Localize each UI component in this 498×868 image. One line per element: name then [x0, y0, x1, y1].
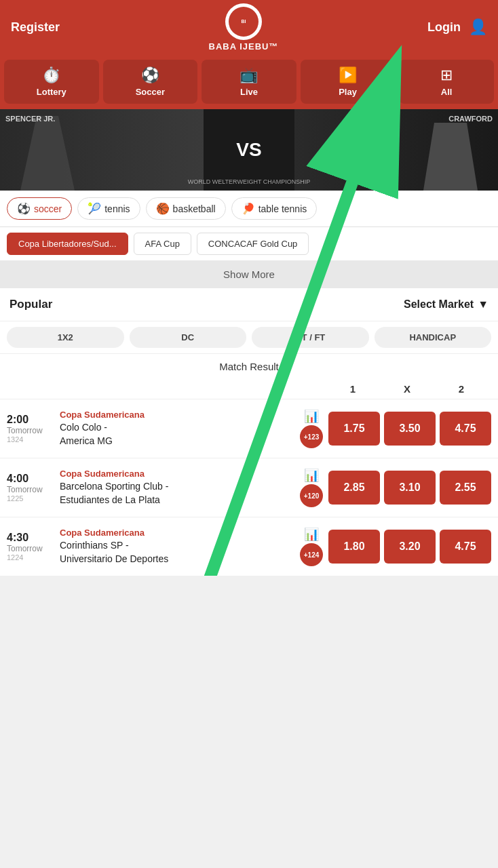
match-time-id-1: 1225	[7, 494, 54, 502]
odd-btn-0-2[interactable]: 4.75	[440, 412, 491, 446]
chevron-down-icon: ▼	[478, 298, 489, 311]
odd-btn-0-1[interactable]: 1.75	[328, 412, 380, 446]
market-tab-dc[interactable]: DC	[130, 327, 247, 348]
odds-col-x: X	[380, 383, 434, 395]
banner-fighter-left: SPENCER JR.	[5, 115, 55, 123]
soccer-filter-icon: ⚽	[17, 202, 31, 215]
match-time-sub-2: Tomorrow	[7, 544, 54, 553]
match-time-2: 4:30 Tomorrow 1224	[7, 532, 54, 561]
sport-chip-basketball[interactable]: 🏀 basketball	[146, 197, 226, 220]
market-tab-1x2-label: 1X2	[58, 332, 73, 342]
odd-btn-1-2[interactable]: 2.55	[440, 471, 491, 505]
match-time-main-1: 4:00	[7, 473, 54, 485]
sport-chip-table-tennis-label: table tennis	[258, 203, 307, 214]
select-market-label: Select Market	[404, 298, 474, 311]
nav-tab-all-label: All	[441, 87, 453, 97]
match-info-1: Copa Sudamericana Barcelona Sporting Clu…	[60, 469, 294, 507]
tennis-filter-icon: 🎾	[88, 202, 101, 215]
league-filter: Copa Libertadores/Sud... AFA Cup CONCACA…	[0, 227, 498, 260]
match-teams-1: Barcelona Sporting Club -Estudiantes de …	[60, 480, 294, 507]
banner-fighter-right: CRAWFORD	[448, 115, 493, 123]
nav-tab-lottery-label: Lottery	[37, 87, 66, 97]
play-icon: ▶️	[339, 66, 357, 84]
odds-header: 1 X 2	[0, 379, 498, 399]
odds-col-1: 1	[326, 383, 380, 395]
show-more-label: Show More	[223, 269, 275, 280]
sport-chip-tennis[interactable]: 🎾 tennis	[77, 197, 140, 220]
match-stats-1: 📊 +120	[300, 468, 323, 507]
match-league-1: Copa Sudamericana	[60, 469, 294, 479]
match-odds-2: 1.80 3.20 4.75	[328, 530, 491, 564]
sport-chip-table-tennis[interactable]: 🏓 table tennis	[231, 197, 318, 220]
sport-chip-soccer-label: soccer	[34, 203, 62, 214]
match-result-header: Match Result	[0, 353, 498, 379]
match-time-sub-0: Tomorrow	[7, 426, 54, 435]
nav-tab-play[interactable]: ▶️ Play	[301, 60, 396, 104]
logo-text: BI	[242, 19, 246, 24]
sport-chip-tennis-label: tennis	[104, 203, 130, 214]
nav-tab-play-label: Play	[339, 87, 357, 97]
nav-tab-soccer[interactable]: ⚽ Soccer	[103, 60, 198, 104]
match-row-1: 4:00 Tomorrow 1225 Copa Sudamericana Bar…	[0, 458, 498, 517]
odd-btn-2-2[interactable]: 4.75	[440, 530, 491, 564]
stats-badge-1[interactable]: +120	[300, 484, 323, 507]
match-time-sub-1: Tomorrow	[7, 485, 54, 494]
match-info-2: Copa Sudamericana Corinthians SP -Univer…	[60, 528, 294, 566]
sport-chip-basketball-label: basketball	[173, 203, 216, 214]
league-chip-copa-label: Copa Libertadores/Sud...	[18, 239, 117, 249]
match-info-0: Copa Sudamericana Colo Colo -America MG	[60, 410, 294, 448]
nav-tab-live[interactable]: 📺 Live	[202, 60, 296, 104]
match-time-0: 2:00 Tomorrow 1324	[7, 414, 54, 443]
logo: BI BABA IJEBU™	[209, 3, 279, 52]
league-chip-concacaf-label: CONCACAF Gold Cup	[208, 239, 297, 249]
nav-tab-lottery[interactable]: ⏱️ Lottery	[4, 60, 99, 104]
market-tabs: 1X2 DC HT / FT HANDICAP	[0, 321, 498, 353]
nav-tab-soccer-label: Soccer	[136, 87, 165, 97]
match-result-label: Match Result	[219, 361, 279, 372]
match-odds-1: 2.85 3.10 2.55	[328, 471, 491, 505]
odd-btn-1-x[interactable]: 3.10	[384, 471, 436, 505]
odd-btn-1-1[interactable]: 2.85	[328, 471, 380, 505]
odd-btn-0-x[interactable]: 3.50	[384, 412, 436, 446]
odd-btn-2-1[interactable]: 1.80	[328, 530, 380, 564]
market-tab-htft-label: HT / FT	[295, 332, 325, 342]
stats-badge-2[interactable]: +124	[300, 543, 323, 566]
match-teams-0: Colo Colo -America MG	[60, 421, 294, 448]
banner-vs: VS	[236, 139, 261, 161]
stats-chart-icon-0: 📊	[304, 409, 319, 424]
odd-btn-2-x[interactable]: 3.20	[384, 530, 436, 564]
market-tab-1x2[interactable]: 1X2	[7, 327, 124, 348]
banner: SPENCER JR. CRAWFORD VS WORLD WELTERWEIG…	[0, 109, 498, 191]
odds-col-headers: 1 X 2	[326, 383, 489, 395]
login-button[interactable]: Login	[427, 20, 461, 35]
popular-header: Popular Select Market ▼	[0, 288, 498, 321]
nav-tab-all[interactable]: ⊞ All	[399, 60, 494, 104]
logo-inner: BI	[229, 7, 258, 37]
basketball-filter-icon: 🏀	[156, 202, 170, 215]
league-chip-copa[interactable]: Copa Libertadores/Sud...	[7, 233, 128, 255]
header-right: Login 👤	[427, 18, 487, 36]
nav-tabs: ⏱️ Lottery ⚽ Soccer 📺 Live ▶️ Play ⊞ All	[0, 54, 498, 109]
register-button[interactable]: Register	[11, 20, 60, 35]
table-tennis-filter-icon: 🏓	[242, 202, 255, 215]
user-icon[interactable]: 👤	[469, 18, 487, 36]
league-chip-afa[interactable]: AFA Cup	[134, 233, 191, 255]
match-row-2: 4:30 Tomorrow 1224 Copa Sudamericana Cor…	[0, 517, 498, 576]
stats-chart-icon-2: 📊	[304, 527, 319, 542]
show-more-button[interactable]: Show More	[0, 260, 498, 288]
logo-circle: BI	[225, 3, 262, 40]
market-tab-handicap[interactable]: HANDICAP	[375, 327, 492, 348]
lottery-icon: ⏱️	[42, 66, 60, 84]
league-chip-concacaf[interactable]: CONCACAF Gold Cup	[197, 233, 309, 255]
brand-name: BABA IJEBU™	[209, 41, 279, 52]
match-league-2: Copa Sudamericana	[60, 528, 294, 538]
match-time-1: 4:00 Tomorrow 1225	[7, 473, 54, 502]
market-tab-htft[interactable]: HT / FT	[252, 327, 369, 348]
match-time-id-2: 1224	[7, 553, 54, 561]
sport-chip-soccer[interactable]: ⚽ soccer	[7, 197, 72, 220]
match-time-id-0: 1324	[7, 435, 54, 443]
stats-badge-0[interactable]: +123	[300, 425, 323, 448]
all-icon: ⊞	[440, 66, 453, 84]
select-market-button[interactable]: Select Market ▼	[404, 298, 489, 311]
match-league-0: Copa Sudamericana	[60, 410, 294, 420]
